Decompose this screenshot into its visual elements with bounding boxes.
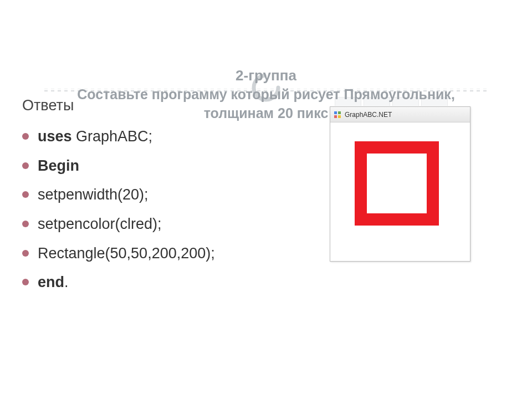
- red-rectangle: [355, 141, 439, 226]
- code-keyword: Begin: [38, 157, 79, 174]
- title-line-3: толщинам 20 пикс: [22, 104, 510, 123]
- header: 2-группа Составьте программу который рис…: [22, 17, 510, 122]
- title-line-2: Составьте программу который рисует Прямо…: [22, 85, 510, 104]
- code-text: setpenwidth(20);: [38, 186, 149, 203]
- code-text: .: [64, 274, 69, 290]
- title-line-1: 2-группа: [22, 66, 510, 85]
- window-client-area: [330, 122, 470, 261]
- slide-title: 2-группа Составьте программу который рис…: [22, 66, 510, 122]
- graph-window: GraphABC.NET: [330, 106, 470, 262]
- slide: 2-группа Составьте программу который рис…: [0, 0, 532, 399]
- list-item: end.: [22, 268, 510, 297]
- code-text: Rectangle(50,50,200,200);: [38, 245, 215, 262]
- code-text: setpencolor(clred);: [38, 216, 162, 232]
- code-text: GraphABC;: [72, 128, 153, 145]
- code-keyword: end: [38, 274, 64, 290]
- code-keyword: uses: [38, 128, 72, 145]
